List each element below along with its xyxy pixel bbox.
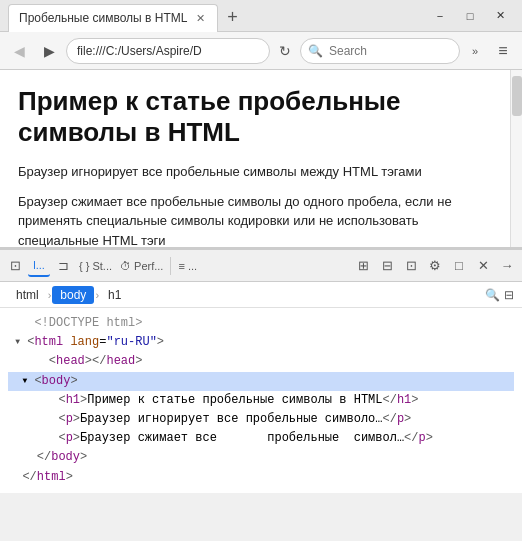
page-content: Пример к статье пробельные символы в HTM… [0, 70, 510, 247]
devtools-close-icon[interactable]: ✕ [472, 255, 494, 277]
minimize-button[interactable]: − [426, 5, 454, 27]
devtools-inspector-tab[interactable]: l... [28, 255, 50, 277]
source-line-body[interactable]: ▼ <body> [8, 372, 514, 391]
search-input[interactable] [300, 38, 460, 64]
source-line-html-close[interactable]: </html> [8, 468, 514, 487]
address-bar: ◀ ▶ ↻ 🔍 » ≡ [0, 32, 522, 70]
devtools-panel: ⊡ l... ⊐ { } St... ⏱ Perf... ≡ ... ⊞ ⊟ ⊡… [0, 248, 522, 493]
tab-close-button[interactable]: ✕ [193, 11, 207, 25]
breadcrumb-search-icon[interactable]: 🔍 [485, 288, 500, 302]
source-line-h1[interactable]: <h1>Пример к статье пробельные символы в… [8, 391, 514, 410]
breadcrumb-h1[interactable]: h1 [100, 286, 129, 304]
breadcrumb-body[interactable]: body [52, 286, 94, 304]
breadcrumb: html › body › h1 🔍 ⊟ [0, 282, 522, 308]
source-pane: <!DOCTYPE html> ▼ <html lang="ru-RU"> <h… [0, 308, 522, 493]
devtools-grid-icon[interactable]: ⊞ [352, 255, 374, 277]
breadcrumb-screenshot-icon[interactable]: ⊟ [504, 288, 514, 302]
search-icon: 🔍 [308, 44, 323, 58]
menu-button[interactable]: ≡ [490, 38, 516, 64]
devtools-debugger-tab[interactable]: { } St... [76, 260, 115, 272]
devtools-settings-icon[interactable]: ⚙ [424, 255, 446, 277]
page-para-2: Браузер сжимает все пробельные символы д… [18, 192, 492, 247]
maximize-button[interactable]: □ [456, 5, 484, 27]
devtools-responsive-icon[interactable]: □ [448, 255, 470, 277]
scrollbar-thumb[interactable] [512, 76, 522, 116]
browser-content: Пример к статье пробельные символы в HTM… [0, 70, 522, 248]
devtools-right-icons: ⊞ ⊟ ⊡ ⚙ □ ✕ → [352, 255, 518, 277]
devtools-inspect-icon[interactable]: ⊡ [400, 255, 422, 277]
extend-button[interactable]: » [464, 40, 486, 62]
source-line-body-close[interactable]: </body> [8, 448, 514, 467]
page-para-1: Браузер игнорирует все пробельные символ… [18, 162, 492, 182]
source-line-doctype: <!DOCTYPE html> [8, 314, 514, 333]
url-input[interactable] [66, 38, 270, 64]
forward-button[interactable]: ▶ [36, 38, 62, 64]
breadcrumb-arrow-1: › [48, 289, 52, 301]
devtools-cursor-icon[interactable]: ⊡ [4, 255, 26, 277]
close-button[interactable]: ✕ [486, 5, 514, 27]
reload-button[interactable]: ↻ [274, 40, 296, 62]
source-line-p1[interactable]: <p>Браузер игнорирует все пробельные сим… [8, 410, 514, 429]
devtools-console-tab[interactable]: ⊐ [52, 255, 74, 277]
browser-tab[interactable]: Пробельные символы в HTML ✕ [8, 4, 218, 32]
title-bar: Пробельные символы в HTML ✕ + − □ ✕ [0, 0, 522, 32]
breadcrumb-search: 🔍 ⊟ [485, 288, 514, 302]
tab-title: Пробельные символы в HTML [19, 11, 187, 25]
source-line-p2[interactable]: <p>Браузер сжимает все пробельные символ… [8, 429, 514, 448]
devtools-toolbar: ⊡ l... ⊐ { } St... ⏱ Perf... ≡ ... ⊞ ⊟ ⊡… [0, 250, 522, 282]
devtools-layout-tab[interactable]: ≡ ... [175, 260, 200, 272]
scrollbar-track[interactable] [510, 70, 522, 247]
devtools-screen-icon[interactable]: ⊟ [376, 255, 398, 277]
devtools-performance-tab[interactable]: ⏱ Perf... [117, 260, 166, 272]
search-wrapper: 🔍 [300, 38, 460, 64]
window-controls: − □ ✕ [426, 5, 514, 27]
new-tab-button[interactable]: + [218, 4, 246, 32]
breadcrumb-html[interactable]: html [8, 286, 47, 304]
page-title: Пример к статье пробельные символы в HTM… [18, 86, 492, 148]
devtools-dock-icon[interactable]: → [496, 255, 518, 277]
source-line-head[interactable]: <head></head> [8, 352, 514, 371]
toolbar-separator [170, 257, 171, 275]
source-line-html[interactable]: ▼ <html lang="ru-RU"> [8, 333, 514, 352]
breadcrumb-arrow-2: › [95, 289, 99, 301]
back-button[interactable]: ◀ [6, 38, 32, 64]
